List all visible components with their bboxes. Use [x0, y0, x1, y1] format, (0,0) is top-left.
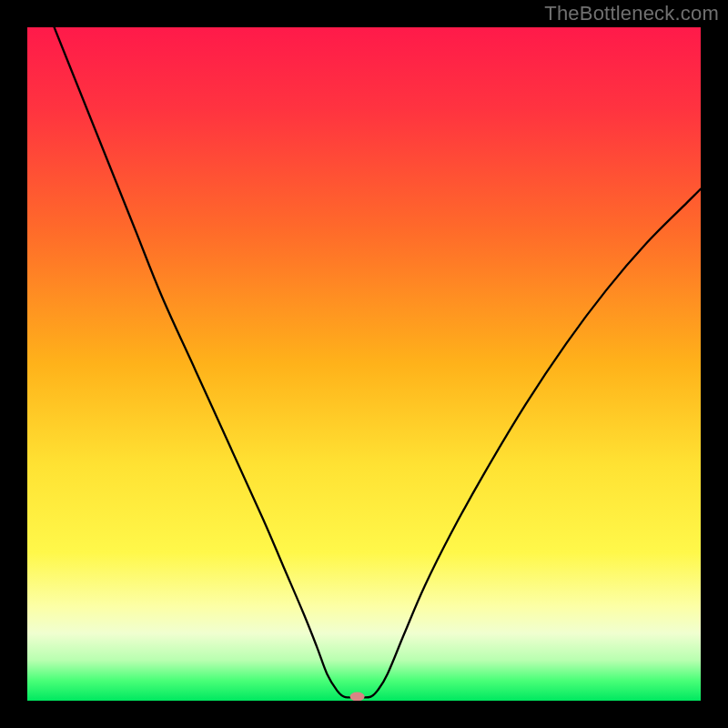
chart-frame: TheBottleneck.com: [0, 0, 728, 728]
bottleneck-chart: [27, 27, 701, 701]
watermark-text: TheBottleneck.com: [544, 2, 719, 25]
gradient-background: [27, 27, 701, 701]
plot-area: [27, 27, 701, 701]
